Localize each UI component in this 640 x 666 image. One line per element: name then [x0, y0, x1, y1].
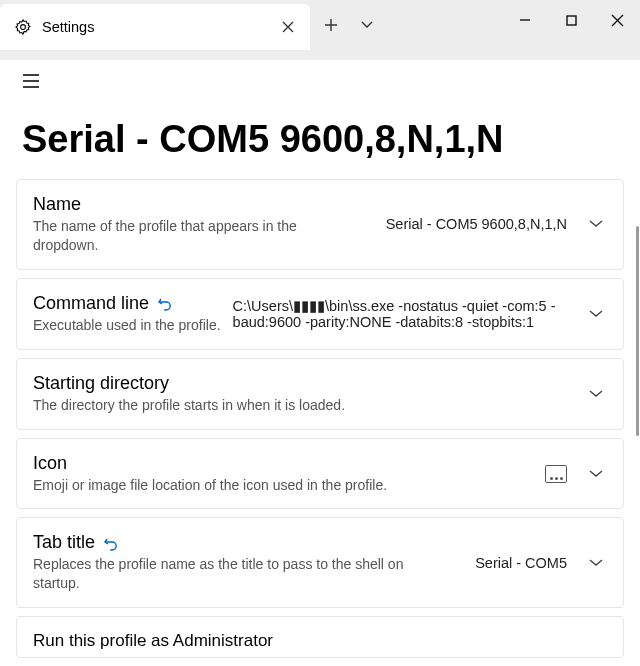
setting-label: Run this profile as Administrator — [33, 631, 273, 651]
setting-tab-title[interactable]: Tab title Replaces the profile name as t… — [16, 517, 624, 608]
svg-point-0 — [21, 25, 26, 30]
profile-icon-preview — [545, 465, 567, 483]
chevron-down-icon — [585, 220, 607, 228]
setting-desc: The name of the profile that appears in … — [33, 217, 349, 255]
undo-icon[interactable] — [157, 295, 173, 311]
close-tab-button[interactable] — [274, 13, 302, 41]
setting-commandline[interactable]: Command line Executable used in the prof… — [16, 278, 624, 350]
settings-list: Name The name of the profile that appear… — [0, 179, 640, 666]
minimize-button[interactable] — [502, 0, 548, 40]
setting-run-as-admin[interactable]: Run this profile as Administrator — [16, 616, 624, 658]
setting-value: Serial - COM5 9600,8,N,1,N — [361, 216, 573, 232]
setting-label: Icon — [33, 453, 387, 474]
setting-value: Serial - COM5 — [447, 555, 573, 571]
setting-label: Starting directory — [33, 373, 345, 394]
setting-starting-directory[interactable]: Starting directory The directory the pro… — [16, 358, 624, 430]
scrollbar-thumb[interactable] — [636, 226, 639, 436]
svg-rect-1 — [567, 16, 576, 25]
setting-name[interactable]: Name The name of the profile that appear… — [16, 179, 624, 270]
tab-title: Settings — [42, 19, 264, 35]
tab-dropdown-button[interactable] — [352, 0, 382, 50]
setting-value: C:\Users\▮▮▮▮\bin\ss.exe -nostatus -quie… — [233, 298, 573, 330]
page-title: Serial - COM5 9600,8,N,1,N — [0, 102, 640, 179]
chevron-down-icon — [585, 310, 607, 318]
setting-icon[interactable]: Icon Emoji or image file location of the… — [16, 438, 624, 510]
setting-label: Command line — [33, 293, 149, 314]
chevron-down-icon — [585, 390, 607, 398]
setting-desc: Replaces the profile name as the title t… — [33, 555, 435, 593]
setting-label: Tab title — [33, 532, 95, 553]
setting-desc: The directory the profile starts in when… — [33, 396, 345, 415]
new-tab-button[interactable] — [310, 0, 352, 50]
undo-icon[interactable] — [103, 535, 119, 551]
hamburger-menu-button[interactable] — [10, 60, 52, 102]
maximize-button[interactable] — [548, 0, 594, 40]
chevron-down-icon — [585, 470, 607, 478]
chevron-down-icon — [585, 559, 607, 567]
setting-desc: Emoji or image file location of the icon… — [33, 476, 387, 495]
setting-desc: Executable used in the profile. — [33, 316, 221, 335]
close-window-button[interactable] — [594, 0, 640, 40]
title-bar: Settings — [0, 0, 640, 50]
tab-settings[interactable]: Settings — [0, 4, 310, 50]
content-area: Serial - COM5 9600,8,N,1,N Name The name… — [0, 60, 640, 666]
setting-label: Name — [33, 194, 349, 215]
gear-icon — [14, 18, 32, 36]
